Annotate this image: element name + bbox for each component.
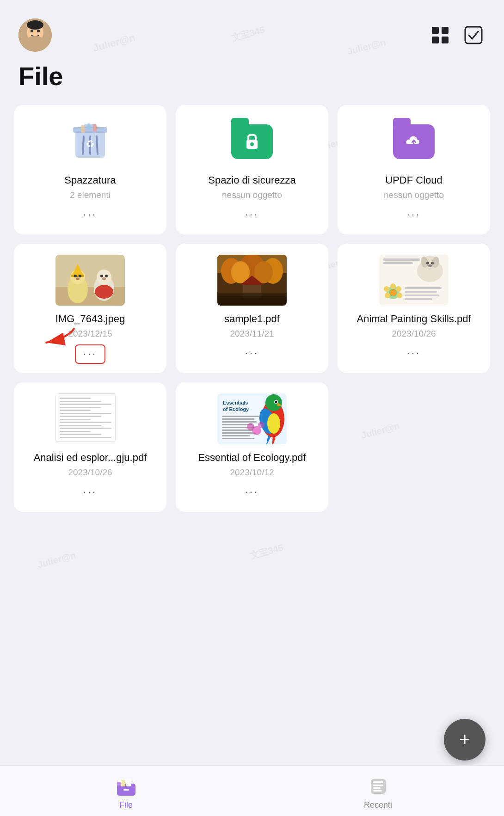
svg-point-31	[79, 275, 81, 277]
svg-text:of Ecology: of Ecology	[223, 406, 249, 412]
trash-icon: ♻	[62, 116, 118, 167]
svg-rect-18	[81, 125, 85, 133]
svg-point-59	[431, 262, 434, 264]
svg-line-16	[97, 136, 98, 154]
card-more-ecology[interactable]: ···	[238, 483, 266, 501]
svg-rect-7	[442, 27, 449, 34]
svg-rect-29	[71, 275, 84, 277]
card-sub-ecology: 2023/10/12	[230, 467, 274, 478]
svg-rect-53	[383, 262, 413, 264]
card-sub-img7643: 2023/12/15	[68, 329, 112, 339]
svg-point-95	[258, 422, 264, 428]
bottom-nav: File Recenti	[0, 765, 504, 816]
file-card-sample1[interactable]: sample1.pdf 2023/11/21 ···	[176, 244, 328, 373]
svg-point-2	[31, 30, 33, 32]
svg-point-5	[25, 36, 45, 49]
card-sub-analisi: 2023/10/26	[68, 467, 112, 478]
nav-item-file[interactable]: File	[0, 772, 252, 810]
card-more-img7643[interactable]: ···	[75, 344, 105, 364]
card-name-spazio: Spazio di sicurezza	[208, 174, 296, 186]
card-more-spazzatura[interactable]: ···	[76, 206, 104, 223]
svg-point-38	[102, 277, 106, 280]
card-more-spazio[interactable]: ···	[238, 206, 266, 223]
svg-point-22	[250, 142, 254, 146]
svg-rect-100	[123, 789, 129, 791]
card-sub-animal-painting: 2023/10/26	[392, 329, 436, 339]
animal-painting-thumbnail	[379, 255, 449, 306]
svg-point-34	[97, 270, 111, 284]
svg-rect-84	[222, 435, 250, 436]
svg-rect-19	[87, 123, 90, 130]
nav-label-recenti: Recenti	[364, 800, 392, 810]
svg-point-66	[385, 293, 390, 298]
card-more-analisi[interactable]: ···	[76, 483, 104, 501]
cloud-folder-icon	[386, 116, 442, 167]
svg-rect-20	[93, 124, 97, 132]
file-card-spazzatura[interactable]: ♻ Spazzatura 2 elementi ···	[14, 105, 166, 234]
svg-point-3	[37, 30, 40, 32]
nav-label-file: File	[119, 800, 133, 810]
svg-point-65	[397, 293, 402, 298]
file-card-spazio[interactable]: Spazio di sicurezza nessun oggetto ···	[176, 105, 328, 234]
file-grid: ♻ Spazzatura 2 elementi ··· Spazio di si…	[0, 105, 504, 512]
svg-text:Essentials: Essentials	[223, 400, 248, 405]
svg-rect-77	[222, 416, 259, 417]
svg-point-64	[396, 286, 401, 292]
card-sub-spazzatura: 2 elementi	[70, 190, 111, 200]
file-card-analisi[interactable]: Analisi ed esplor...gju.pdf 2023/10/26 ·…	[14, 382, 166, 512]
fab-plus-icon: +	[459, 730, 471, 749]
svg-point-67	[384, 286, 389, 292]
svg-rect-70	[405, 291, 437, 293]
card-name-analisi: Analisi ed esplor...gju.pdf	[34, 452, 147, 464]
ecology-thumbnail: Essentials of Ecology	[217, 393, 287, 444]
svg-rect-8	[432, 37, 439, 43]
card-name-spazzatura: Spazzatura	[64, 174, 116, 186]
svg-point-36	[100, 275, 103, 277]
add-file-button[interactable]: +	[444, 719, 486, 761]
svg-rect-98	[121, 780, 125, 786]
svg-line-14	[83, 136, 84, 154]
svg-rect-6	[432, 27, 439, 34]
svg-point-94	[247, 423, 254, 430]
page-title: File	[0, 56, 504, 105]
card-more-updf[interactable]: ···	[400, 206, 428, 223]
card-name-img7643: IMG_7643.jpeg	[55, 313, 125, 325]
card-more-animal-painting[interactable]: ···	[400, 344, 428, 362]
svg-rect-25	[55, 287, 125, 306]
svg-rect-71	[405, 294, 439, 296]
svg-rect-9	[442, 37, 449, 43]
svg-point-37	[105, 275, 108, 277]
nav-item-recenti[interactable]: Recenti	[252, 772, 504, 810]
svg-rect-79	[222, 421, 257, 423]
file-card-img7643[interactable]: IMG_7643.jpeg 2023/12/15 ···	[14, 244, 166, 373]
card-sub-spazio: nessun oggetto	[222, 190, 282, 200]
svg-rect-10	[465, 27, 482, 43]
header-icons	[428, 23, 486, 47]
grid-view-button[interactable]	[428, 23, 452, 47]
svg-rect-78	[222, 418, 254, 420]
svg-rect-101	[371, 779, 386, 794]
select-button[interactable]	[461, 23, 486, 47]
file-nav-icon	[115, 775, 137, 798]
svg-point-4	[27, 20, 43, 30]
svg-text:♻: ♻	[86, 138, 95, 150]
card-more-sample1[interactable]: ···	[238, 344, 266, 362]
svg-rect-50	[217, 296, 287, 306]
svg-rect-104	[373, 787, 381, 789]
svg-point-58	[426, 262, 429, 264]
svg-point-89	[265, 394, 282, 411]
card-name-animal-painting: Animal Painting Skills.pdf	[356, 313, 471, 325]
card-sub-sample1: 2023/11/21	[230, 329, 274, 339]
svg-rect-83	[222, 432, 256, 434]
svg-rect-69	[405, 287, 442, 289]
svg-rect-102	[373, 781, 383, 783]
svg-point-32	[76, 277, 80, 280]
file-card-ecology[interactable]: Essentials of Ecology	[176, 382, 328, 512]
file-card-updf[interactable]: UPDF Cloud nessun oggetto ···	[338, 105, 490, 234]
card-sub-updf: nessun oggetto	[384, 190, 444, 200]
file-card-animal-painting[interactable]: Animal Painting Skills.pdf 2023/10/26 ··…	[338, 244, 490, 373]
svg-point-35	[95, 285, 113, 299]
svg-point-68	[390, 289, 396, 296]
svg-rect-72	[405, 298, 432, 300]
avatar[interactable]	[18, 18, 52, 52]
